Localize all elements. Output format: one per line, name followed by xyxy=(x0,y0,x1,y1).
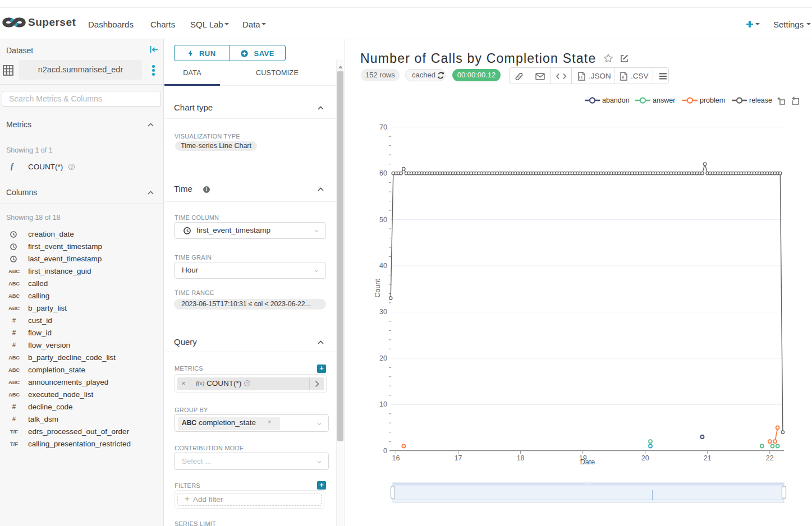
svg-text:70: 70 xyxy=(379,123,387,131)
svg-text:Count: Count xyxy=(374,279,382,298)
svg-text:40: 40 xyxy=(379,262,387,270)
svg-text:20: 20 xyxy=(379,354,387,362)
svg-text:18: 18 xyxy=(517,454,525,462)
svg-text:21: 21 xyxy=(704,454,712,462)
svg-text:10: 10 xyxy=(379,400,387,408)
svg-text:Date: Date xyxy=(580,458,595,466)
svg-text:17: 17 xyxy=(455,454,462,462)
svg-text:16: 16 xyxy=(392,454,400,462)
svg-text:0: 0 xyxy=(383,447,387,455)
svg-text:22: 22 xyxy=(766,454,774,462)
svg-text:30: 30 xyxy=(379,308,387,316)
svg-text:20: 20 xyxy=(641,454,649,462)
svg-text:60: 60 xyxy=(379,169,387,177)
svg-text:50: 50 xyxy=(379,216,387,224)
